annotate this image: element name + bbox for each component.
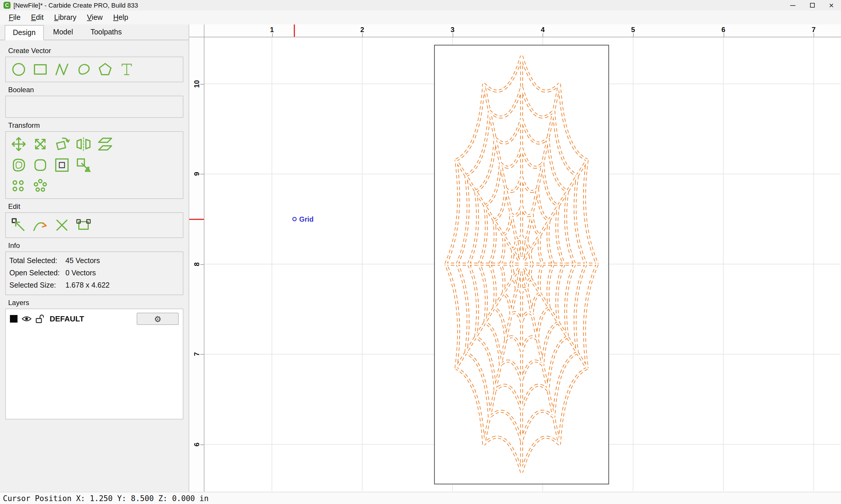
text-tool-icon[interactable] [117, 60, 136, 79]
ruler-h-label: 4 [541, 26, 545, 34]
polyline-tool-icon[interactable] [53, 60, 71, 79]
ruler-v-label: 9 [193, 166, 201, 182]
menu-file[interactable]: File [3, 12, 26, 23]
vertical-ruler: 109876 [189, 37, 204, 492]
transform-group [5, 131, 183, 199]
layer-row[interactable]: DEFAULT ⚙ [10, 313, 179, 325]
resize-tool-icon[interactable] [74, 156, 93, 175]
node-edit-tool-icon[interactable] [9, 216, 28, 234]
tab-bar: DesignModelToolpaths [0, 24, 189, 40]
section-title-transform: Transform [8, 121, 183, 129]
titlebar: C [NewFile]* - Carbide Create PRO, Build… [0, 0, 841, 11]
nested-square-tool-icon[interactable] [53, 156, 71, 175]
rectangle-tool-icon[interactable] [31, 60, 50, 79]
menu-view[interactable]: View [82, 12, 108, 23]
status-bar: Cursor Position X: 1.250 Y: 8.500 Z: 0.0… [0, 492, 841, 504]
circular-array-tool-icon[interactable] [31, 177, 50, 195]
ruler-v-label: 8 [193, 257, 201, 272]
create-vector-group [5, 57, 183, 82]
edit-group [5, 212, 183, 238]
scale-tool-icon[interactable] [31, 135, 50, 154]
layer-unlocked-icon[interactable] [36, 314, 44, 323]
close-button[interactable]: × [822, 0, 841, 11]
round-corner-tool-icon[interactable] [31, 156, 50, 175]
shear-tool-icon[interactable] [96, 135, 115, 154]
menu-edit[interactable]: Edit [26, 12, 49, 23]
info-row: Selected Size:1.678 x 4.622 [9, 280, 179, 292]
section-title-info: Info [8, 241, 183, 250]
menu-help[interactable]: Help [108, 12, 134, 23]
boolean-section: Boolean [5, 86, 183, 118]
layers-section: Layers DEFAULT [5, 299, 183, 419]
ruler-tick [272, 33, 272, 37]
polygon-tool-icon[interactable] [96, 60, 115, 79]
ruler-tick [723, 33, 724, 37]
ruler-tick [813, 33, 814, 37]
design-canvas[interactable]: Grid [204, 37, 840, 491]
ruler-tick [200, 264, 204, 265]
ruler-tick [543, 33, 544, 37]
curve-tool-icon[interactable] [74, 60, 93, 79]
layer-settings-button[interactable]: ⚙ [137, 313, 179, 325]
circle-tool-icon[interactable] [9, 60, 28, 79]
section-title-create-vector: Create Vector [8, 47, 183, 55]
grid-snap-indicator: Grid [293, 215, 314, 223]
info-row: Open Selected:0 Vectors [9, 267, 179, 280]
mirror-tool-icon[interactable] [74, 135, 93, 154]
tab-toolpaths[interactable]: Toolpaths [82, 24, 130, 40]
app-window: C [NewFile]* - Carbide Create PRO, Build… [0, 0, 841, 504]
grid-array-tool-icon[interactable] [9, 177, 28, 195]
ruler-tick [633, 33, 634, 37]
sidebar: DesignModelToolpaths Create Vector [0, 24, 189, 492]
layer-color-swatch[interactable] [10, 315, 18, 323]
menubar: FileEditLibraryViewHelp [0, 11, 841, 24]
ruler-corner [189, 24, 204, 37]
menu-library[interactable]: Library [49, 12, 82, 23]
maximize-icon [810, 3, 814, 7]
cursor-marker-v [189, 218, 204, 220]
ruler-h-label: 7 [812, 26, 816, 34]
ruler-tick [200, 445, 204, 445]
rotate-tool-icon[interactable] [53, 135, 71, 154]
fair-curve-tool-icon[interactable] [31, 216, 50, 234]
maximize-button[interactable] [803, 0, 822, 11]
tab-model[interactable]: Model [45, 24, 81, 40]
info-value: 45 Vectors [65, 255, 100, 267]
info-row: Total Selected:45 Vectors [9, 255, 179, 267]
minimize-button[interactable] [783, 0, 803, 11]
section-title-edit: Edit [8, 202, 183, 211]
create-vector-section: Create Vector [5, 47, 183, 82]
info-section: Info Total Selected:45 VectorsOpen Selec… [5, 241, 183, 295]
trim-vectors-tool-icon[interactable] [53, 216, 71, 234]
layer-visibility-eye-icon[interactable] [22, 316, 32, 322]
gear-icon: ⚙ [154, 314, 161, 323]
ruler-v-label: 7 [193, 347, 201, 362]
ruler-tick [200, 354, 204, 355]
ruler-v-label: 10 [193, 76, 201, 92]
info-value: 1.678 x 4.622 [65, 280, 110, 292]
cursor-marker-h [294, 24, 295, 37]
main-content: DesignModelToolpaths Create Vector [0, 24, 841, 492]
minimize-icon [790, 5, 795, 5]
ruler-tick [452, 33, 453, 37]
section-title-layers: Layers [8, 299, 183, 307]
ruler-tick [362, 33, 363, 37]
ruler-h-label: 2 [360, 26, 364, 34]
layer-name: DEFAULT [50, 314, 133, 323]
snap-label: Grid [299, 215, 314, 223]
tab-design[interactable]: Design [5, 25, 44, 40]
cursor-position-text: Cursor Position X: 1.250 Y: 8.500 Z: 0.0… [3, 494, 208, 503]
offset-tool-icon[interactable] [9, 156, 28, 175]
info-group: Total Selected:45 VectorsOpen Selected:0… [5, 251, 183, 295]
layers-panel: DEFAULT ⚙ [5, 309, 183, 419]
app-logo-icon: C [3, 2, 11, 9]
boolean-group [5, 96, 183, 118]
move-tool-icon[interactable] [9, 135, 28, 154]
horizontal-ruler: 1234567 [204, 24, 841, 37]
ruler-h-label: 6 [722, 26, 725, 34]
design-panel: Create Vector Boolean [0, 40, 189, 492]
ruler-h-label: 1 [270, 26, 274, 34]
canvas-area[interactable]: 1234567 109876 Grid [189, 24, 841, 492]
info-label: Total Selected: [9, 255, 65, 267]
close-vector-tool-icon[interactable] [74, 216, 93, 234]
